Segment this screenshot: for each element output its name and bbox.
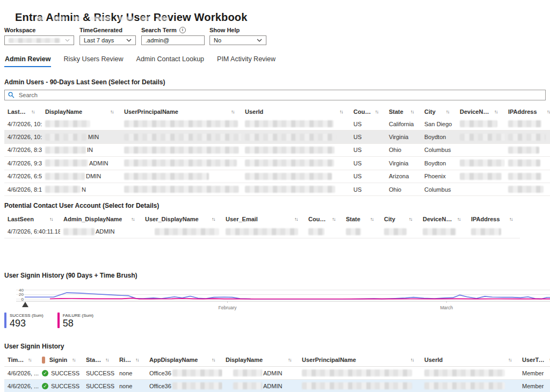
column-label: RiskS... [119,357,132,363]
table-row[interactable]: 4/7/2026, 10:...USCaliforniaSan Diego [4,118,550,130]
sort-icon[interactable]: ↑↓ [294,216,298,222]
cell-user-type: Member [519,367,550,379]
sort-icon[interactable]: ↑↓ [135,357,139,362]
workspace-dropdown[interactable] [4,35,74,45]
column-header-usertype[interactable]: UserType↑↓ [519,353,550,366]
sort-icon[interactable]: ↑↓ [370,216,373,222]
sort-icon[interactable]: ↑↓ [212,357,215,362]
column-header-displayname[interactable]: DisplayName↑↓ [42,106,121,118]
sort-icon[interactable]: ↑↓ [212,216,215,222]
sort-icon[interactable]: ↑↓ [410,109,414,114]
cell-upn [121,130,242,143]
column-header-devicename[interactable]: DeviceName↑↓ [419,213,468,225]
table-row[interactable]: 4/6/2026, ...✓SUCCESSSUCCESSnoneOffice36… [4,380,550,392]
sort-icon[interactable]: ↑↓ [508,357,511,362]
column-header-lastseen[interactable]: LastSeen↑↓ [4,213,60,225]
cell-ip-address [505,157,550,169]
column-header-city[interactable]: City↑↓ [421,106,457,118]
column-header-userprincipalname[interactable]: UserPrincipalName↑↓ [121,106,242,118]
column-header-country[interactable]: Country↑↓ [305,213,343,225]
chevron-down-icon [257,39,262,42]
sort-icon[interactable]: ↑↓ [72,357,75,362]
column-header-appdisplayname[interactable]: AppDisplayName↑↓ [146,353,222,366]
table-row[interactable]: 4/6/2026, ...✓SUCCESSSUCCESSnoneOffice36… [4,367,550,380]
sort-icon[interactable]: ↑↓ [105,357,108,362]
column-header-userprincipalname[interactable]: UserPrincipalName↑↓ [299,353,421,366]
redacted-value [346,228,361,235]
cell-user-type: Member [519,380,550,392]
sort-icon[interactable]: ↑↓ [339,109,343,114]
tab-pim-activity-review[interactable]: PIM Activity Review [216,54,276,67]
column-header-user-displayname[interactable]: User_DisplayName↑↓ [142,213,222,225]
column-header-status[interactable]: Status↑↓ [83,353,116,366]
column-header-signin[interactable]: Signin↑↓ [39,353,83,366]
sort-icon[interactable]: ↑↓ [110,109,113,114]
cell-country [305,225,343,238]
column-header-lastseen[interactable]: LastSeen↑↓ [4,106,42,118]
column-header-state[interactable]: State↑↓ [386,106,421,118]
time-generated-dropdown[interactable]: Last 7 days [79,35,136,45]
cell-upn [299,367,421,379]
sort-icon[interactable]: ↑↓ [446,109,449,114]
cell-text: US [353,134,361,140]
cell-text-partial: N [82,186,86,193]
signin-history-chart: 40200FebruaryMarch [0,281,550,313]
sort-icon[interactable]: ↑↓ [494,109,497,114]
redacted-value [45,186,81,193]
cell-display-name: IN [42,144,121,156]
cell-text: 4/7/2026, 8:3... [8,147,42,153]
column-header-timeg[interactable]: TimeG...↑↓ [4,353,39,366]
sort-icon[interactable]: ↑↓ [410,357,414,362]
column-header-user-email[interactable]: User_Email↑↓ [222,213,305,225]
table-row[interactable]: 4/7/2026, 8:3...INUSOhioColumbus [4,144,550,157]
sort-icon[interactable]: ↑↓ [457,216,460,222]
column-header-ipaddress[interactable]: IPAddress↑↓ [505,106,550,118]
sort-icon[interactable]: ↑↓ [288,357,291,362]
sort-icon[interactable]: ↑↓ [547,109,550,114]
cell-user-id [421,380,519,392]
tab-admin-review[interactable]: Admin Review [4,54,51,67]
success-check-icon: ✓ [42,370,48,376]
column-header-ipaddress[interactable]: IPAddress↑↓ [468,213,520,225]
show-help-dropdown[interactable]: No [209,35,266,45]
cell-text: California [389,121,414,127]
sort-icon[interactable]: ↑↓ [332,216,335,222]
table-row[interactable]: 4/6/2026, 8:1...NUSOhioColumbus [4,183,550,196]
sort-icon[interactable]: ↑↓ [31,109,34,114]
time-brush-handle[interactable] [22,302,28,307]
table-row[interactable]: 4/7/2026, 9:3...ADMINUSVirginiaBoydton [4,157,550,170]
table-row[interactable]: 4/7/2026, 10:...MINUSVirginiaBoydton [4,130,550,143]
column-header-userid[interactable]: UserId↑↓ [421,353,519,366]
column-header-displayname[interactable]: DisplayName↑↓ [222,353,299,366]
cell-city: Boydton [421,157,457,169]
cell-upn [121,170,242,183]
column-label: IPAddress [471,216,500,222]
sort-icon[interactable]: ↑↓ [375,109,378,114]
sort-icon[interactable]: ↑↓ [231,109,234,114]
column-header-risks[interactable]: RiskS...↑↓ [116,353,146,366]
cell-text: none [119,370,132,376]
sort-icon[interactable]: ↑↓ [131,216,134,222]
tab-admin-contact-lookup[interactable]: Admin Contact Lookup [136,54,205,67]
redacted-value [460,134,505,141]
cell-text: Arizona [389,173,409,179]
sort-icon[interactable]: ↑↓ [28,357,31,362]
table-row[interactable]: 4/7/2026, 6:40:11.18...ADMIN [4,225,520,238]
tab-risky-users-review[interactable]: Risky Users Review [63,54,124,67]
search-term-input[interactable] [146,37,200,43]
table-row[interactable]: 4/7/2026, 6:5...DMINUSArizonaPhoenix [4,170,550,183]
column-header-country[interactable]: Country↑↓ [350,106,386,118]
redacted-value [308,228,324,235]
column-header-devicename[interactable]: DeviceName↑↓ [457,106,505,118]
signin-table-section-title: User Signin History [4,343,64,350]
sort-icon[interactable]: ↑↓ [49,216,53,222]
sort-icon[interactable]: ↑↓ [409,216,412,222]
sort-icon[interactable]: ↑↓ [509,216,512,222]
column-header-state[interactable]: State↑↓ [343,213,381,225]
column-header-userid[interactable]: UserId↑↓ [242,106,350,118]
search-input[interactable] [18,91,542,99]
info-icon[interactable]: i [179,27,186,33]
redacted-value [245,134,336,141]
column-header-admin-displayname[interactable]: Admin_DisplayName↑↓ [60,213,142,225]
column-header-city[interactable]: City↑↓ [381,213,419,225]
